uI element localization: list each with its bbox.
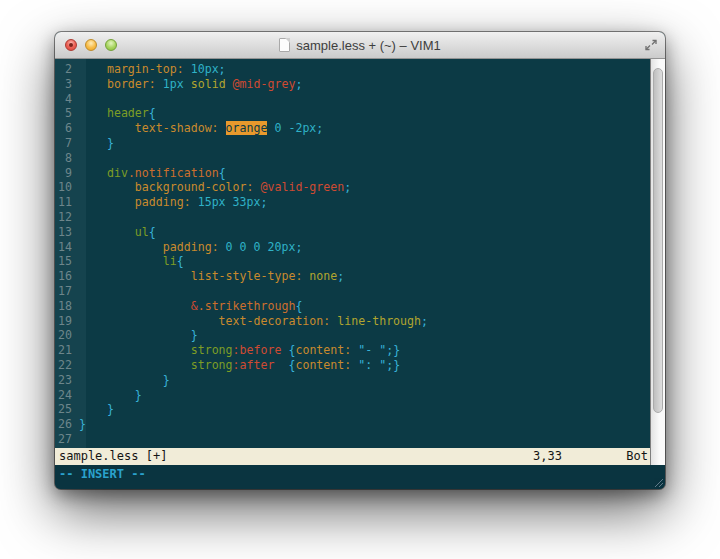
code-line: 23 }	[55, 373, 650, 388]
code-text	[79, 210, 650, 225]
code-line: 7 }	[55, 136, 650, 151]
code-line: 26}	[55, 417, 650, 432]
code-line: 15 li{	[55, 254, 650, 269]
line-number: 2	[55, 62, 79, 77]
code-text: background-color: @valid-green;	[79, 180, 650, 195]
resize-grip-icon[interactable]	[654, 478, 664, 488]
code-line: 10 background-color: @valid-green;	[55, 180, 650, 195]
line-number: 13	[55, 225, 79, 240]
fullscreen-button[interactable]	[644, 38, 658, 52]
line-number: 12	[55, 210, 79, 225]
line-number: 21	[55, 343, 79, 358]
line-number: 18	[55, 299, 79, 314]
vim-command-line: -- INSERT --	[55, 465, 665, 489]
line-number: 6	[55, 121, 79, 136]
code-lines[interactable]: 2 margin-top: 10px;3 border: 1px solid @…	[55, 59, 650, 448]
code-text: }	[79, 136, 650, 151]
code-line: 17	[55, 284, 650, 299]
code-line: 9 div.notification{	[55, 166, 650, 181]
code-line: 20 }	[55, 328, 650, 343]
status-cursor-position: 3,33	[533, 448, 562, 465]
scrollbar-track[interactable]	[650, 59, 665, 465]
code-line: 3 border: 1px solid @mid-grey;	[55, 77, 650, 92]
scrollbar-thumb[interactable]	[653, 68, 663, 413]
code-text: div.notification{	[79, 166, 650, 181]
traffic-lights	[65, 39, 117, 51]
line-number: 25	[55, 402, 79, 417]
code-line: 21 strong:before {content: "- ";}	[55, 343, 650, 358]
line-number: 9	[55, 166, 79, 181]
window-body: 2 margin-top: 10px;3 border: 1px solid @…	[55, 59, 665, 465]
code-line: 13 ul{	[55, 225, 650, 240]
line-number: 27	[55, 432, 79, 447]
code-line: 16 list-style-type: none;	[55, 269, 650, 284]
code-line: 4	[55, 92, 650, 107]
code-text: }	[79, 402, 650, 417]
line-number: 3	[55, 77, 79, 92]
minimize-button[interactable]	[85, 39, 97, 51]
code-line: 14 padding: 0 0 0 20px;	[55, 240, 650, 255]
line-number: 24	[55, 388, 79, 403]
close-button[interactable]	[65, 39, 77, 51]
code-text: margin-top: 10px;	[79, 62, 650, 77]
editor-pane: 2 margin-top: 10px;3 border: 1px solid @…	[55, 59, 650, 465]
code-text: li{	[79, 254, 650, 269]
code-text: border: 1px solid @mid-grey;	[79, 77, 650, 92]
code-line: 12	[55, 210, 650, 225]
code-line: 11 padding: 15px 33px;	[55, 195, 650, 210]
line-number: 17	[55, 284, 79, 299]
document-icon	[279, 38, 290, 52]
code-text: padding: 15px 33px;	[79, 195, 650, 210]
line-number: 10	[55, 180, 79, 195]
line-number: 11	[55, 195, 79, 210]
line-number: 19	[55, 314, 79, 329]
code-text: text-decoration: line-through;	[79, 314, 650, 329]
line-number: 26	[55, 417, 79, 432]
mode-indicator: -- INSERT --	[59, 467, 146, 481]
code-line: 24 }	[55, 388, 650, 403]
line-number: 20	[55, 328, 79, 343]
code-line: 6 text-shadow: orange 0 -2px;	[55, 121, 650, 136]
line-number: 16	[55, 269, 79, 284]
code-text: text-shadow: orange 0 -2px;	[79, 121, 650, 136]
line-number: 8	[55, 151, 79, 166]
line-number: 5	[55, 106, 79, 121]
line-number: 22	[55, 358, 79, 373]
code-line: 5 header{	[55, 106, 650, 121]
title-bar[interactable]: sample.less + (~) – VIM1	[55, 32, 665, 59]
vim-status-bar: sample.less [+] 3,33 Bot	[55, 448, 650, 465]
code-line: 22 strong:after {content: ": ";}	[55, 358, 650, 373]
code-text: list-style-type: none;	[79, 269, 650, 284]
line-number: 23	[55, 373, 79, 388]
line-number: 7	[55, 136, 79, 151]
code-text: }	[79, 328, 650, 343]
code-text: }	[79, 388, 650, 403]
code-line: 25 }	[55, 402, 650, 417]
window-title: sample.less + (~) – VIM1	[296, 38, 441, 53]
window-title-group: sample.less + (~) – VIM1	[279, 38, 441, 53]
code-text	[79, 284, 650, 299]
code-line: 19 text-decoration: line-through;	[55, 314, 650, 329]
code-line: 18 &.strikethrough{	[55, 299, 650, 314]
vim-window: sample.less + (~) – VIM1 2 margin-top: 1…	[55, 32, 665, 489]
code-text	[79, 151, 650, 166]
code-text: }	[79, 417, 650, 432]
code-line: 27	[55, 432, 650, 447]
status-scroll-indicator: Bot	[626, 448, 648, 465]
line-number: 14	[55, 240, 79, 255]
code-text: strong:after {content: ": ";}	[79, 358, 650, 373]
code-line: 8	[55, 151, 650, 166]
code-text: }	[79, 373, 650, 388]
code-text: strong:before {content: "- ";}	[79, 343, 650, 358]
code-text: header{	[79, 106, 650, 121]
zoom-button[interactable]	[105, 39, 117, 51]
code-line: 2 margin-top: 10px;	[55, 62, 650, 77]
code-text: &.strikethrough{	[79, 299, 650, 314]
status-filename: sample.less [+]	[59, 449, 167, 463]
line-number: 15	[55, 254, 79, 269]
code-text	[79, 92, 650, 107]
line-number: 4	[55, 92, 79, 107]
fullscreen-arrows-icon	[644, 38, 658, 52]
code-text	[79, 432, 650, 447]
code-text: padding: 0 0 0 20px;	[79, 240, 650, 255]
